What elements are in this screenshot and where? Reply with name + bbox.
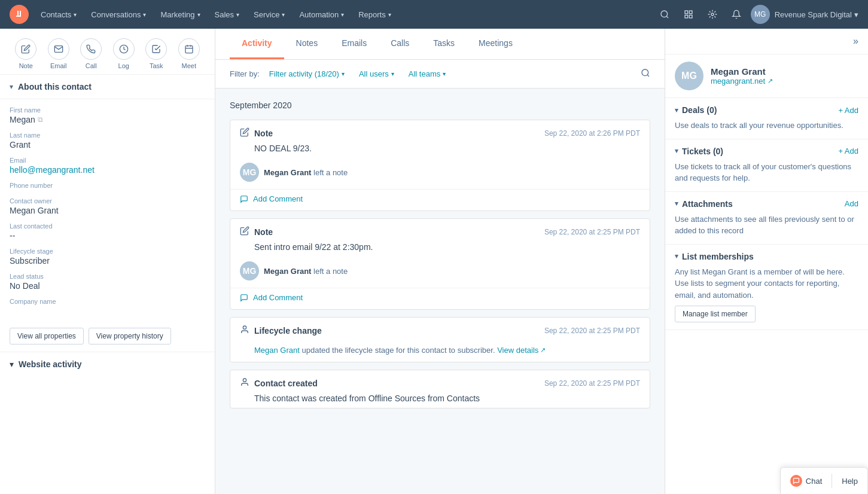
view-details-link[interactable]: View details ↗ bbox=[497, 346, 546, 355]
activity-feed: September 2020 Note Sep 22, 2020 at 2:26… bbox=[215, 89, 665, 425]
center-content: Activity Notes Emails Calls Tasks Meetin… bbox=[215, 29, 665, 494]
call-button[interactable]: Call bbox=[80, 38, 102, 69]
attachments-title: ▾ Attachments bbox=[675, 199, 733, 209]
attachments-description: Use attachments to see all files previou… bbox=[675, 214, 858, 237]
hubspot-logo[interactable] bbox=[10, 5, 29, 24]
nav-conversations-label: Conversations bbox=[91, 10, 141, 19]
first-name-label: First name bbox=[10, 106, 205, 114]
marketplace-icon[interactable] bbox=[679, 5, 698, 24]
activity-created: Contact created Sep 22, 2020 at 2:25 PM … bbox=[230, 370, 650, 408]
list-memberships-chevron[interactable]: ▾ bbox=[675, 252, 678, 260]
tab-emails[interactable]: Emails bbox=[330, 29, 379, 59]
activity-search-icon[interactable] bbox=[641, 68, 650, 80]
view-property-history-button[interactable]: View property history bbox=[89, 328, 171, 344]
help-button[interactable]: Help bbox=[832, 469, 867, 493]
email-value[interactable]: hello@megangrant.net bbox=[10, 165, 205, 175]
nav-automation[interactable]: Automation ▾ bbox=[292, 0, 351, 29]
lifecycle-actor-link[interactable]: Megan Grant bbox=[254, 346, 300, 355]
nav-conversations[interactable]: Conversations ▾ bbox=[84, 0, 153, 29]
lifecycle-label: Lifecycle stage bbox=[10, 248, 205, 255]
lead-status-label: Lead status bbox=[10, 273, 205, 280]
nav-reports-label: Reports bbox=[358, 10, 386, 19]
activity-note-2-user-text: Megan Grant left a note bbox=[264, 267, 348, 276]
manage-list-member-button[interactable]: Manage list member bbox=[675, 306, 756, 322]
add-comment-1-button[interactable]: Add Comment bbox=[230, 189, 650, 211]
nav-sales[interactable]: Sales ▾ bbox=[208, 0, 247, 29]
note-icon bbox=[15, 38, 36, 60]
about-contact-header[interactable]: ▾ About this contact bbox=[0, 75, 215, 99]
tickets-chevron[interactable]: ▾ bbox=[675, 147, 678, 155]
tab-activity[interactable]: Activity bbox=[230, 29, 284, 59]
tab-meetings[interactable]: Meetings bbox=[467, 29, 525, 59]
tickets-add-button[interactable]: + Add bbox=[838, 147, 858, 155]
user-avatar[interactable]: MG bbox=[751, 5, 770, 24]
filter-by-label: Filter by: bbox=[230, 69, 260, 78]
nav-marketing[interactable]: Marketing ▾ bbox=[153, 0, 207, 29]
svg-point-1 bbox=[661, 11, 668, 17]
call-icon bbox=[80, 38, 102, 60]
chat-button[interactable]: Chat bbox=[781, 468, 832, 494]
list-memberships-header: ▾ List memberships bbox=[675, 252, 858, 261]
svg-rect-8 bbox=[185, 46, 193, 53]
deals-section: ▾ Deals (0) + Add Use deals to track all… bbox=[665, 98, 868, 139]
contact-properties: First name Megan ⧉ Last name Grant Email… bbox=[0, 99, 215, 321]
last-contacted-property: Last contacted -- bbox=[10, 222, 205, 240]
copy-first-name-icon[interactable]: ⧉ bbox=[38, 115, 43, 124]
nav-contacts[interactable]: Contacts ▾ bbox=[33, 0, 84, 29]
tab-tasks[interactable]: Tasks bbox=[421, 29, 467, 59]
add-comment-2-button[interactable]: Add Comment bbox=[230, 288, 650, 309]
website-activity-title: Website activity bbox=[19, 359, 82, 369]
meet-button[interactable]: Meet bbox=[178, 38, 200, 69]
first-name-property: First name Megan ⧉ bbox=[10, 106, 205, 124]
contact-profile-email[interactable]: megangrant.net ↗ bbox=[711, 77, 773, 86]
website-activity-header[interactable]: ▾ Website activity bbox=[0, 352, 215, 376]
notifications-icon[interactable] bbox=[727, 5, 746, 24]
created-activity-icon bbox=[240, 377, 249, 389]
collapse-sidebar-button[interactable]: » bbox=[853, 36, 858, 47]
email-icon bbox=[48, 38, 69, 60]
email-external-icon: ↗ bbox=[768, 77, 773, 85]
account-name[interactable]: Revenue Spark Digital ▾ bbox=[775, 10, 858, 19]
log-button[interactable]: Log bbox=[113, 38, 135, 69]
email-button[interactable]: Email bbox=[48, 38, 69, 69]
activity-note-2: Note Sep 22, 2020 at 2:25 PM PDT Sent in… bbox=[230, 218, 650, 310]
email-property: Email hello@megangrant.net bbox=[10, 157, 205, 175]
svg-rect-5 bbox=[689, 15, 692, 18]
nav-service[interactable]: Service ▾ bbox=[246, 0, 292, 29]
nav-reports-chevron: ▾ bbox=[388, 11, 391, 18]
nav-conversations-chevron: ▾ bbox=[143, 11, 146, 18]
users-filter-button[interactable]: All users ▾ bbox=[354, 67, 399, 81]
about-contact-chevron: ▾ bbox=[10, 83, 13, 91]
activity-note-1-header: Note Sep 22, 2020 at 2:26 PM PDT bbox=[230, 120, 650, 144]
view-all-properties-button[interactable]: View all properties bbox=[10, 328, 84, 344]
contact-profile-avatar: MG bbox=[675, 62, 703, 90]
website-activity-chevron: ▾ bbox=[10, 359, 14, 369]
deals-add-button[interactable]: + Add bbox=[838, 106, 858, 115]
settings-icon[interactable] bbox=[703, 5, 722, 24]
activity-note-2-body: Sent intro email 9/22 at 2:30pm. bbox=[230, 242, 650, 257]
last-name-label: Last name bbox=[10, 132, 205, 139]
activity-created-type: Contact created bbox=[240, 377, 318, 389]
attachments-add-button[interactable]: Add bbox=[845, 199, 858, 208]
nav-service-chevron: ▾ bbox=[282, 11, 285, 18]
tab-notes[interactable]: Notes bbox=[284, 29, 330, 59]
activity-note-1-type: Note bbox=[240, 127, 273, 139]
nav-reports[interactable]: Reports ▾ bbox=[351, 0, 398, 29]
search-icon[interactable] bbox=[655, 5, 674, 24]
teams-filter-button[interactable]: All teams ▾ bbox=[404, 67, 450, 81]
activity-filter-button[interactable]: Filter activity (18/20) ▾ bbox=[264, 67, 349, 81]
last-name-property: Last name Grant bbox=[10, 132, 205, 150]
svg-point-13 bbox=[243, 326, 246, 329]
deals-chevron[interactable]: ▾ bbox=[675, 106, 678, 114]
note-button[interactable]: Note bbox=[15, 38, 36, 69]
task-label: Task bbox=[150, 62, 163, 69]
attachments-chevron[interactable]: ▾ bbox=[675, 200, 678, 208]
nav-sales-chevron: ▾ bbox=[236, 11, 239, 18]
contact-profile-info: Megan Grant megangrant.net ↗ bbox=[711, 66, 773, 86]
activity-filter-chevron: ▾ bbox=[342, 71, 345, 77]
tab-calls[interactable]: Calls bbox=[379, 29, 421, 59]
task-button[interactable]: Task bbox=[145, 38, 167, 69]
last-contacted-value: -- bbox=[10, 231, 205, 240]
deals-description: Use deals to track all your revenue oppo… bbox=[675, 120, 858, 132]
svg-point-12 bbox=[642, 69, 648, 76]
